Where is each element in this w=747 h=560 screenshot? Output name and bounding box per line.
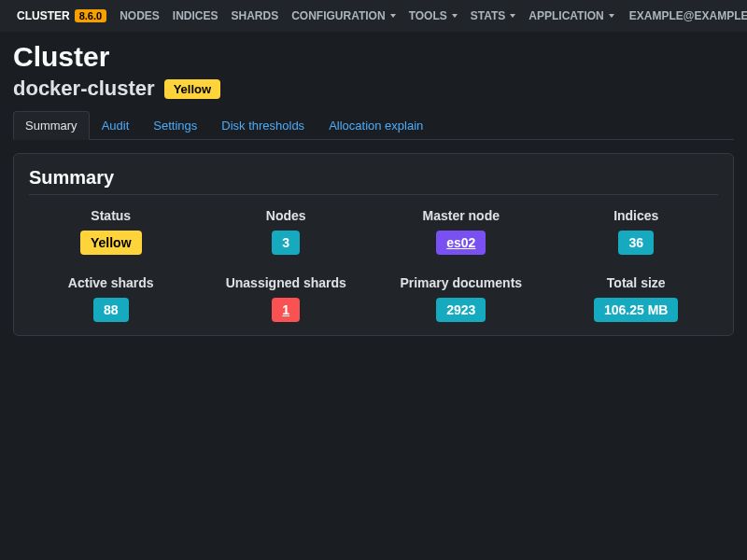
version-badge: 8.6.0: [75, 9, 106, 22]
stat-label: Status: [29, 208, 193, 223]
nav-stats[interactable]: STATS: [465, 6, 522, 26]
nav-user[interactable]: EXAMPLE@EXAMPLE.COM: [624, 6, 747, 26]
summary-card: Summary Status Yellow Nodes 3 Master nod…: [13, 153, 734, 336]
page-title: Cluster: [13, 41, 734, 73]
top-navbar: CLUSTER 8.6.0 NODES INDICES SHARDS CONFI…: [0, 0, 747, 32]
tab-bar: Summary Audit Settings Disk thresholds A…: [13, 110, 734, 140]
tab-settings[interactable]: Settings: [141, 111, 209, 140]
stat-primary-documents: Primary documents 2923: [379, 275, 543, 322]
stat-label: Active shards: [29, 275, 193, 290]
summary-heading: Summary: [29, 167, 718, 189]
nav-right: EXAMPLE@EXAMPLE.COM ☾: [624, 6, 747, 26]
nav-nodes[interactable]: NODES: [114, 6, 165, 26]
tab-audit[interactable]: Audit: [90, 111, 142, 140]
nav-cluster[interactable]: CLUSTER 8.6.0: [11, 6, 112, 26]
stat-label: Total size: [555, 275, 719, 290]
stat-value-badge[interactable]: es02: [436, 231, 486, 255]
nav-indices[interactable]: INDICES: [167, 6, 224, 26]
stat-value-badge[interactable]: 2923: [436, 298, 486, 322]
status-badge: Yellow: [164, 79, 220, 99]
stat-status: Status Yellow: [29, 208, 193, 255]
stat-indices: Indices 36: [555, 208, 719, 255]
nav-left: CLUSTER 8.6.0 NODES INDICES SHARDS CONFI…: [11, 6, 620, 26]
stat-unassigned-shards: Unassigned shards 1: [204, 275, 369, 322]
stat-label: Master node: [379, 208, 543, 223]
tab-allocation-explain[interactable]: Allocation explain: [317, 111, 435, 140]
chevron-down-icon: [390, 14, 396, 18]
stat-label: Nodes: [204, 208, 369, 223]
stat-nodes: Nodes 3: [204, 208, 369, 255]
nav-application[interactable]: APPLICATION: [523, 6, 619, 26]
stat-total-size: Total size 106.25 MB: [555, 275, 719, 322]
nav-shards[interactable]: SHARDS: [226, 6, 285, 26]
stat-value-badge[interactable]: 106.25 MB: [594, 298, 678, 322]
stat-active-shards: Active shards 88: [29, 275, 193, 322]
nav-configuration[interactable]: CONFIGURATION: [286, 6, 401, 26]
stat-master-node: Master node es02: [379, 208, 543, 255]
chevron-down-icon: [452, 14, 458, 18]
divider: [29, 194, 718, 195]
stat-value-badge[interactable]: 1: [272, 298, 300, 322]
cluster-heading: docker-cluster Yellow: [13, 77, 734, 101]
stat-label: Indices: [555, 208, 719, 223]
nav-tools[interactable]: TOOLS: [403, 6, 463, 26]
stat-value-badge[interactable]: 3: [272, 231, 300, 255]
tab-summary[interactable]: Summary: [13, 111, 90, 140]
stat-label: Unassigned shards: [204, 275, 369, 290]
chevron-down-icon: [510, 14, 515, 18]
stat-value-badge[interactable]: 36: [618, 231, 654, 255]
nav-cluster-label: CLUSTER: [17, 9, 70, 22]
tab-disk-thresholds[interactable]: Disk thresholds: [209, 111, 317, 140]
main-container: Cluster docker-cluster Yellow Summary Au…: [0, 32, 747, 345]
cluster-name-text: docker-cluster: [13, 77, 155, 101]
summary-grid: Status Yellow Nodes 3 Master node es02 I…: [29, 208, 718, 322]
stat-label: Primary documents: [379, 275, 543, 290]
stat-value-badge[interactable]: 88: [93, 298, 129, 322]
stat-value-badge: Yellow: [80, 231, 142, 255]
chevron-down-icon: [609, 14, 614, 18]
